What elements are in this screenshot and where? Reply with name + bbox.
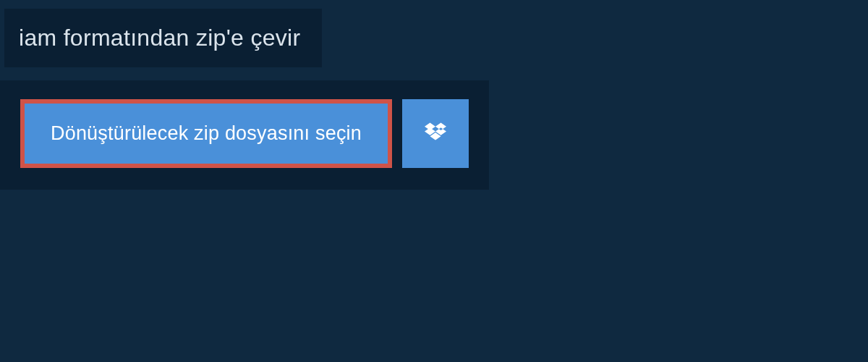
page-header: iam formatından zip'e çevir [4, 9, 322, 67]
page-title: iam formatından zip'e çevir [19, 25, 300, 51]
select-file-button[interactable]: Dönüştürülecek zip dosyasını seçin [20, 99, 392, 168]
dropbox-button[interactable] [402, 99, 469, 168]
dropbox-icon [422, 119, 448, 148]
upload-panel: Dönüştürülecek zip dosyasını seçin [0, 80, 489, 190]
select-file-label: Dönüştürülecek zip dosyasını seçin [51, 122, 362, 145]
